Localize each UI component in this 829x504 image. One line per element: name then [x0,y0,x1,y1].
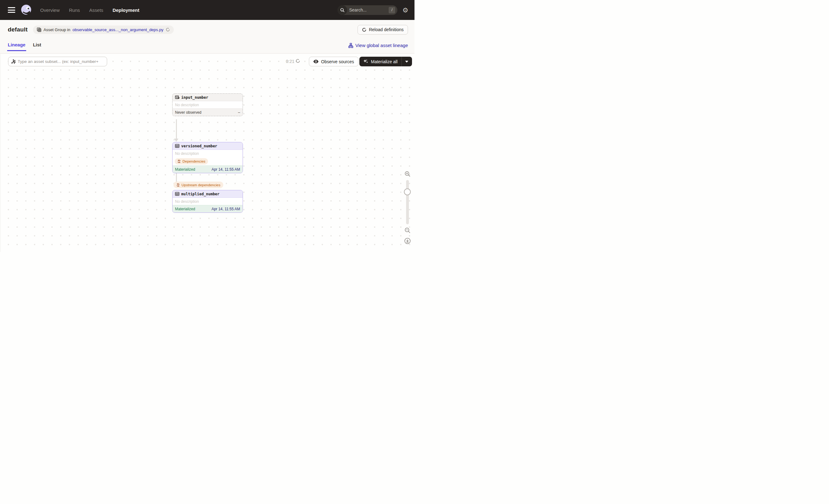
search-shortcut-badge: / [389,7,395,13]
nav-runs[interactable]: Runs [69,7,80,13]
asset-description: No description [173,101,243,108]
zoom-slider[interactable] [406,180,409,224]
search-input[interactable] [347,7,389,12]
settings-gear-icon[interactable]: ⚙ [402,7,408,13]
reload-icon [362,27,366,32]
edge-arrowhead-icon [174,139,178,142]
asset-subset-filter[interactable] [8,57,107,66]
observe-sources-button[interactable]: Observe sources [309,57,358,66]
asset-name: multiplied_number [181,192,220,196]
table-asset-icon [175,192,179,196]
lineage-canvas[interactable]: 0:21 Observe sources Materiali [0,54,414,252]
edge-input-to-versioned [176,119,177,139]
asset-graph-query-icon [11,59,16,64]
asset-group-label: Asset Group in [44,27,70,32]
asset-node-versioned-number[interactable]: versioned_number No description Dependen… [172,142,243,173]
observable-source-asset-icon [175,95,179,99]
hamburger-menu-icon[interactable] [8,7,15,13]
page-title: default [8,26,28,33]
asset-timestamp[interactable]: Apr 14, 11:55 AM [211,207,240,211]
asset-status: Materialized [175,207,195,211]
materialize-all-main[interactable]: Materialize all [359,57,401,66]
page-header: default Asset Group in observable_source… [0,20,414,53]
nav-deployment[interactable]: Deployment [113,7,140,13]
refresh-countdown-icon[interactable] [295,59,300,63]
dependencies-warning-badge[interactable]: Dependencies [175,158,208,165]
table-asset-icon [175,144,179,148]
asset-group-file-link[interactable]: observable_source_ass..._non_argument_de… [73,27,164,32]
asset-group-icon [37,27,41,32]
asset-description: No description [173,198,243,205]
search-icon [337,5,347,15]
asset-status-value: – [238,110,240,115]
sparkle-icon [363,59,368,64]
nav-overview[interactable]: Overview [40,7,60,13]
zoom-out-icon[interactable] [404,227,410,233]
dagster-app: Overview Runs Assets Deployment / ⚙ defa… [0,0,414,252]
materialize-options-dropdown[interactable] [402,57,412,66]
changed-dependencies-icon [177,159,181,163]
eye-icon [313,60,319,64]
reload-definitions-button[interactable]: Reload definitions [358,25,408,35]
materialize-all-button[interactable]: Materialize all [359,57,412,66]
view-global-asset-lineage-link[interactable]: View global asset lineage [349,43,408,51]
zoom-slider-handle[interactable] [404,188,411,195]
asset-node-input-number[interactable]: input_number No description Never observ… [172,94,243,116]
zoom-controls [403,171,412,244]
asset-name: input_number [181,95,208,100]
tab-lineage[interactable]: Lineage [8,42,26,51]
view-tabs: Lineage List [8,37,41,51]
changed-dependencies-icon [176,183,180,187]
global-search[interactable]: / [337,5,397,15]
tab-list[interactable]: List [33,42,41,51]
asset-timestamp[interactable]: Apr 14, 11:55 AM [211,167,240,172]
lineage-graph-icon [349,43,353,48]
asset-status: Materialized [175,167,195,172]
asset-node-multiplied-number[interactable]: multiplied_number No description Materia… [172,190,243,213]
refresh-icon[interactable] [166,27,170,32]
edge-versioned-to-multiplied [176,173,177,182]
nav-assets[interactable]: Assets [89,7,103,13]
upstream-dependencies-badge[interactable]: Upstream dependencies [174,182,223,188]
asset-name: versioned_number [181,144,217,148]
download-image-icon[interactable] [404,238,411,244]
asset-description: No description [173,150,243,157]
refresh-timer: 0:21 [286,59,294,64]
top-nav-bar: Overview Runs Assets Deployment / ⚙ [0,0,414,20]
asset-group-pill: Asset Group in observable_source_ass..._… [33,26,174,34]
asset-status: Never observed [175,110,202,115]
main-navigation: Overview Runs Assets Deployment [40,7,139,13]
chevron-down-icon [405,61,408,63]
asset-subset-input[interactable] [18,59,104,64]
dagster-logo[interactable] [20,4,32,16]
zoom-in-icon[interactable] [404,171,410,177]
